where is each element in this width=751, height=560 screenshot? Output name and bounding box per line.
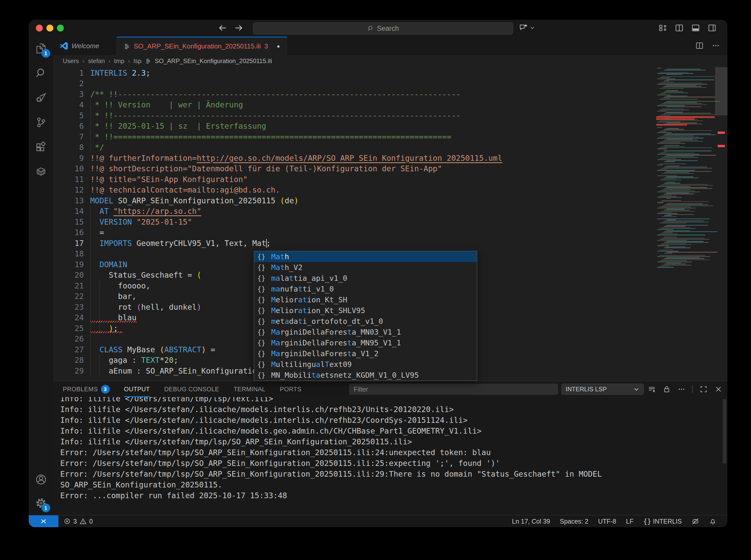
code-line[interactable]: 1INTERLIS 2.3; [53, 68, 656, 78]
activity-bar-item-explorer[interactable]: 1 [34, 41, 48, 56]
minimize-window-button[interactable] [46, 25, 53, 32]
line-number: 26 [56, 334, 84, 344]
status-item-eol[interactable]: LF [626, 518, 633, 525]
status-item-cursor-position[interactable]: Ln 17, Col 39 [512, 518, 550, 525]
panel-tab-ports[interactable]: PORTS [280, 381, 301, 397]
code-line[interactable]: 16 = [53, 227, 656, 238]
code-line[interactable]: 13MODEL SO_ARP_SEin_Konfiguration_202501… [53, 195, 656, 206]
overview-ruler[interactable] [715, 67, 727, 381]
panel-tab-problems[interactable]: PROBLEMS3 [63, 381, 110, 397]
more-actions-button[interactable] [712, 41, 720, 50]
toggle-primary-sidebar-button[interactable] [675, 23, 684, 33]
suggest-item[interactable]: {}MultilingualText09 [254, 359, 477, 370]
activity-bar-item-run-and-debug[interactable] [34, 91, 48, 105]
panel-tab-debug-console[interactable]: DEBUG CONSOLE [164, 381, 219, 397]
extensions-icon [35, 141, 47, 153]
activity-bar-item-accounts[interactable] [34, 472, 48, 487]
code-line[interactable]: 14 AT "https://arp.so.ch" [53, 206, 656, 217]
minimap-line [659, 158, 676, 159]
ili-file-icon [124, 43, 130, 50]
minimap-line [659, 261, 687, 261]
toggle-panel-button[interactable] [691, 23, 700, 33]
minimap-line [666, 214, 694, 215]
close-window-button[interactable] [36, 25, 43, 32]
minimap-line [659, 164, 685, 164]
maximize-panel-button[interactable] [699, 385, 708, 393]
suggest-item[interactable]: {}MarginiDellaForesta_MN95_V1_1 [254, 337, 477, 348]
suggest-item[interactable]: {}metadati_ortofoto_dt_v1_0 [254, 316, 477, 327]
toggle-secondary-sidebar-button[interactable] [707, 23, 717, 33]
code-line[interactable]: 5 * !!----------------------------------… [53, 110, 656, 121]
minimap-line [664, 140, 698, 141]
suggest-item[interactable]: {}Melioration_Kt_SHLV95 [254, 305, 477, 316]
suggest-item[interactable]: {}MN_Mobilitaetsnetz_KGDM_V1_0_LV95 [254, 370, 477, 381]
suggest-item[interactable]: {}MarginiDellaForesta_MN03_V1_1 [254, 327, 477, 337]
code-line[interactable]: 9!!@ furtherInformation=http://geo.so.ch… [53, 153, 656, 164]
code-line[interactable]: 3/** !!---------------------------------… [53, 89, 656, 100]
breadcrumb-item[interactable]: Users [63, 57, 79, 65]
activity-bar-item-extensions[interactable] [34, 140, 48, 154]
status-item-indentation[interactable]: Spaces: 2 [560, 518, 588, 525]
close-panel-button[interactable] [714, 385, 723, 393]
panel-tab-terminal[interactable]: TERMINAL [234, 381, 266, 397]
tab-active-file[interactable]: SO_ARP_SEin_Konfiguration_20250115.ili 3… [117, 37, 287, 55]
status-item-encoding[interactable]: UTF-8 [598, 518, 616, 525]
code-line[interactable]: 7 * !!==================================… [53, 132, 656, 142]
output-filter-input[interactable] [349, 384, 558, 395]
split-editor-button[interactable] [695, 41, 704, 50]
scrollbar-slider[interactable] [715, 67, 727, 115]
suggest-item[interactable]: {}Math [254, 251, 477, 262]
suggest-item[interactable]: {}malattia_api_v1_0 [254, 273, 477, 284]
indent-guide [90, 248, 91, 259]
line-number: 24 [56, 312, 84, 323]
tab-welcome[interactable]: Welcome [53, 37, 117, 55]
code-line[interactable]: 11!!@ title="SEin-App Konfiguration" [53, 174, 656, 185]
go-back-button[interactable] [218, 23, 228, 33]
minimap-line [659, 201, 709, 202]
output-channel-select[interactable]: INTERLIS LSP [561, 384, 644, 395]
line-number: 18 [56, 248, 84, 259]
activity-bar-item-search[interactable] [34, 66, 48, 80]
breadcrumb[interactable]: Users›stefan›tmp›lsp SO_ARP_SEin_Konfigu… [53, 55, 727, 67]
activity-bar-item-source-control[interactable] [34, 115, 48, 129]
copilot-menu[interactable] [519, 23, 535, 32]
suggest-item[interactable]: {}Math_V2 [254, 262, 477, 273]
activity-bar-item-settings[interactable]: 1 [34, 496, 48, 510]
status-item-copilot-status[interactable] [692, 517, 699, 525]
panel-more-actions-button[interactable] [677, 385, 686, 393]
status-item-language-mode[interactable]: {}INTERLIS [643, 517, 682, 525]
code-line[interactable]: 12!!@ technicalContact=mailto:agi@bd.so.… [53, 185, 656, 195]
minimap-line [657, 229, 673, 230]
customize-layout-button[interactable] [658, 23, 667, 33]
status-item-notifications[interactable] [709, 517, 717, 525]
code-line[interactable]: 15 VERSION "2025-01-15" [53, 217, 656, 227]
code-line[interactable]: 17 IMPORTS GeometryCHLV95_V1, Text, Mat; [53, 238, 656, 249]
suggest-item[interactable]: {}manufatti_v1_0 [254, 284, 477, 294]
panel-tab-output[interactable]: OUTPUT [124, 381, 150, 397]
minimap[interactable] [656, 67, 715, 381]
lock-scrolling-button[interactable] [663, 385, 671, 393]
activity-bar-item-containers[interactable] [34, 164, 48, 179]
line-number: 28 [56, 355, 84, 366]
minimap-line [662, 206, 713, 206]
suggest-item[interactable]: {}MarginiDellaForesta_V1_2 [254, 348, 477, 359]
code-line[interactable]: 2 [53, 78, 656, 89]
code-line[interactable]: 8 */ [53, 142, 656, 153]
go-forward-button[interactable] [234, 23, 243, 33]
problems-summary[interactable]: 3 0 [64, 518, 93, 525]
code-line[interactable]: 6 * !! 2025-01-15 | sz | Ersterfassung [53, 121, 656, 132]
breadcrumb-item[interactable]: lsp [134, 57, 141, 65]
clear-output-button[interactable] [648, 385, 656, 393]
command-center-search[interactable]: Search [253, 22, 513, 35]
minimap-line [657, 256, 710, 257]
breadcrumb-item[interactable]: stefan [88, 57, 105, 65]
zoom-window-button[interactable] [57, 25, 64, 32]
window-controls[interactable] [36, 25, 64, 32]
suggest-item[interactable]: {}Melioration_Kt_SH [254, 294, 477, 305]
remote-indicator[interactable] [29, 515, 58, 527]
code-line[interactable]: 10!!@ shortDescription="Datenmodell für … [53, 163, 656, 174]
output-scrollbar[interactable] [723, 399, 726, 463]
minimap-line [666, 101, 719, 102]
breadcrumb-item[interactable]: tmp [114, 57, 124, 65]
code-line[interactable]: 4 * !! Version | wer | Änderung [53, 99, 656, 110]
